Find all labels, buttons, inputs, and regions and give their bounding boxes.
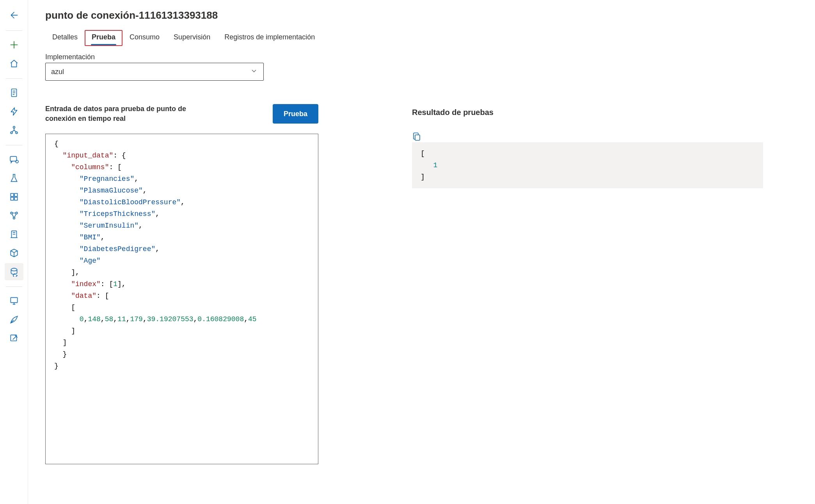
test-result-title: Resultado de pruebas (412, 108, 763, 117)
tree-icon[interactable] (5, 122, 23, 139)
tab-prueba[interactable]: Prueba (85, 30, 123, 46)
chevron-down-icon (250, 67, 258, 77)
page-title: punto de conexión-11161313393188 (45, 9, 798, 21)
test-button[interactable]: Prueba (273, 104, 318, 124)
doc-icon[interactable] (5, 84, 23, 101)
compose-icon[interactable] (5, 330, 23, 347)
server-icon[interactable] (5, 226, 23, 243)
cube-icon[interactable] (5, 244, 23, 262)
bolt-icon[interactable] (5, 103, 23, 120)
copy-icon[interactable] (412, 132, 763, 142)
test-input-title: Entrada de datos para prueba de punto de… (45, 104, 209, 124)
home-icon[interactable] (5, 55, 23, 72)
back-icon[interactable] (5, 7, 23, 24)
deployment-selected-value: azul (51, 68, 64, 76)
tab-label: Detalles (52, 33, 78, 41)
pen-icon[interactable] (5, 311, 23, 328)
test-input-section: Entrada de datos para prueba de punto de… (45, 104, 318, 464)
test-result-output: [ 1 ] (412, 142, 763, 188)
add-icon[interactable] (5, 36, 23, 53)
test-result-section: Resultado de pruebas [ 1 ] (412, 104, 763, 464)
tab-label: Consumo (130, 33, 160, 41)
main-content: punto de conexión-11161313393188 Detalle… (28, 0, 815, 504)
test-input-json-editor[interactable]: { "input_data": { "columns": [ "Pregnanc… (45, 134, 318, 464)
monitor-icon[interactable] (5, 292, 23, 309)
deployment-select[interactable]: azul (45, 63, 264, 81)
tab-consumo[interactable]: Consumo (123, 30, 167, 46)
grid-icon[interactable] (5, 188, 23, 205)
left-nav-rail (0, 0, 28, 504)
tab-label: Prueba (92, 33, 115, 41)
tab-supervisi-n[interactable]: Supervisión (167, 30, 217, 46)
tab-detalles[interactable]: Detalles (45, 30, 85, 46)
tab-registros-de-implementaci-n[interactable]: Registros de implementación (217, 30, 322, 46)
tab-label: Registros de implementación (224, 33, 315, 41)
svg-rect-0 (415, 135, 420, 140)
endpoint-icon[interactable] (5, 263, 23, 280)
chat-icon[interactable] (5, 151, 23, 168)
deployment-label: Implementación (45, 53, 798, 61)
tab-label: Supervisión (174, 33, 210, 41)
tab-bar: DetallesPruebaConsumoSupervisiónRegistro… (45, 30, 798, 46)
pipeline-icon[interactable] (5, 207, 23, 224)
lab-icon[interactable] (5, 170, 23, 187)
